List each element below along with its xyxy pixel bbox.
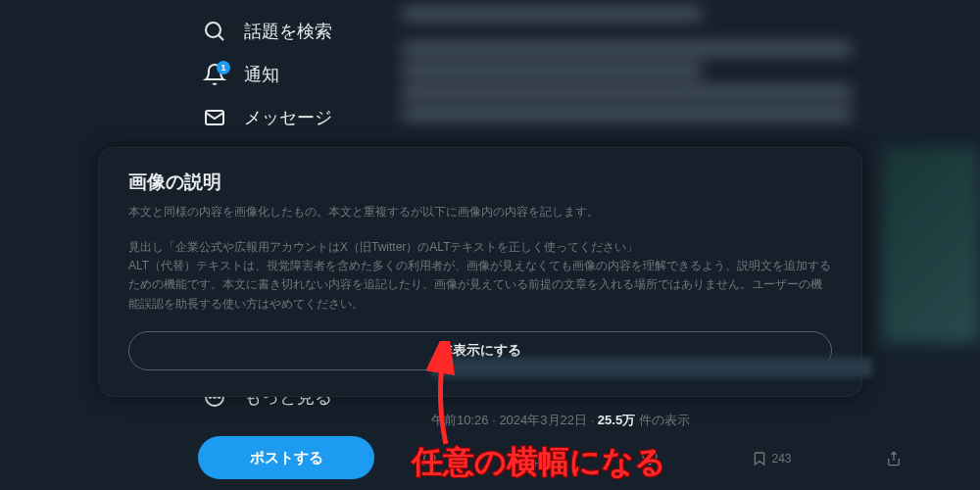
modal-body-line2: ALT（代替）テキストは、視覚障害者を含めた多くの利用者が、画像が見えなくても画… (128, 257, 832, 314)
tweet-meta: 午前10:26 · 2024年3月22日 · 25.5万 件の表示 (431, 412, 690, 429)
blurred-tweet-text (402, 8, 902, 135)
post-button[interactable]: ポストする (198, 436, 374, 479)
tweet-time[interactable]: 午前10:26 (431, 413, 489, 427)
notification-badge: 1 (217, 61, 230, 74)
nav-explore[interactable]: 話題を検索 (191, 10, 387, 53)
share-button[interactable] (886, 451, 902, 466)
bell-icon: 1 (203, 63, 226, 86)
bookmark-button[interactable]: 243 (752, 451, 791, 466)
modal-body-line1: 見出し「企業公式や広報用アカウントはX（旧Twitter）のALTテキストを正し… (128, 238, 832, 257)
nav-label: 話題を検索 (244, 20, 332, 43)
tweet-date[interactable]: 2024年3月22日 (499, 413, 587, 427)
blurred-image-thumbnail (882, 147, 980, 343)
annotation-text: 任意の横幅になる (412, 441, 666, 484)
modal-subtitle: 本文と同様の内容を画像化したもの。本文と重複するが以下に画像内の内容を記します。 (128, 203, 832, 220)
nav-label: メッセージ (244, 106, 332, 129)
image-caption-strip (431, 358, 872, 377)
search-icon (203, 20, 226, 43)
nav-messages[interactable]: メッセージ (191, 96, 387, 139)
svg-point-0 (206, 23, 220, 37)
modal-title: 画像の説明 (128, 170, 832, 195)
nav-label: 通知 (244, 63, 279, 86)
tweet-views-label: 件の表示 (639, 413, 690, 427)
sidebar-nav: 話題を検索 1 通知 メッセージ (191, 10, 387, 139)
bookmark-count: 243 (771, 452, 791, 466)
svg-line-1 (219, 35, 223, 40)
tweet-views-count: 25.5万 (598, 413, 635, 427)
bookmark-icon (752, 451, 767, 466)
nav-notifications[interactable]: 1 通知 (191, 53, 387, 96)
mail-icon (203, 106, 226, 129)
share-icon (886, 451, 902, 466)
modal-body: 見出し「企業公式や広報用アカウントはX（旧Twitter）のALTテキストを正し… (128, 238, 832, 314)
